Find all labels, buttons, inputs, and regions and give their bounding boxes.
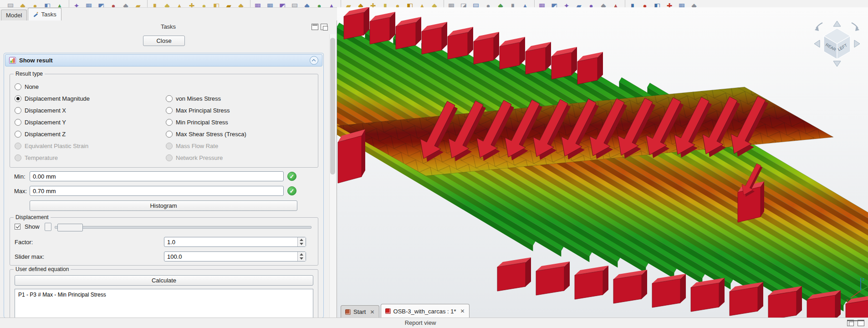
toolbar-icon[interactable]: ◆ [690,0,698,7]
result-type-radio-option[interactable]: Displacement X [15,104,163,116]
result-type-radio-option[interactable]: von Mises Stress [166,92,314,104]
toolbar-icon[interactable]: ● [484,0,492,7]
result-type-radio-option[interactable]: Max Shear Stress (Tresca) [166,128,314,140]
toolbar-icon[interactable]: ▲ [56,0,64,7]
toolbar-icon[interactable]: ◪ [460,0,468,7]
document-tab[interactable]: OSB-3_with_carcas : 1* ✕ [381,304,470,318]
toolbar-icon[interactable]: ▮ [381,0,389,7]
panel-scrollbar[interactable] [329,34,336,318]
toolbar-icon[interactable]: ▲ [175,0,184,7]
result-type-radio-option[interactable]: Mass Flow Rate [166,140,314,152]
toolbar-icon[interactable]: ◆ [19,0,27,7]
result-type-radio-option[interactable]: Displacement Z [15,128,163,140]
toolbar-icon[interactable]: ◆ [303,0,311,7]
toolbar-icon[interactable]: ▲ [612,0,620,7]
toolbar-icon[interactable]: ▤ [6,0,15,7]
min-value-input[interactable] [30,171,284,181]
toolbar-icon[interactable]: ◆ [237,0,245,7]
toolbar-icon[interactable]: ✚ [665,0,674,7]
factor-down-arrow[interactable] [298,242,306,246]
toolbar-icon[interactable]: ● [587,0,595,7]
toolbar-icon[interactable]: ● [641,0,649,7]
factor-up-arrow[interactable] [298,237,306,242]
slider-max-down-arrow[interactable] [298,256,306,261]
toolbar-icon[interactable]: ✚ [369,0,377,7]
toolbar-icon[interactable]: ◆ [357,0,365,7]
tab-model[interactable]: Model [1,10,27,20]
result-type-radio-option[interactable]: Displacement Magnitude [15,92,163,104]
toolbar-icon[interactable]: ▤ [291,0,299,7]
toolbar-icon[interactable]: ▰ [341,0,352,7]
tab-tasks[interactable]: Tasks [28,8,61,20]
toolbar-icon[interactable]: ▦ [85,0,93,7]
toolbar-icon-glyph: ▦ [448,2,454,7]
result-type-radio-option[interactable]: Max Principal Stress [166,104,314,116]
toolbar-icon[interactable]: ◆ [430,0,439,7]
toolbar-icon-glyph: ◧ [407,2,413,7]
toolbar-icon[interactable]: ▦ [444,0,455,7]
toolbar-icon[interactable]: ● [315,0,323,7]
toolbar-icon[interactable]: ● [31,0,39,7]
toolbar-icon[interactable]: ✚ [188,0,196,7]
toolbar-icon[interactable]: ▮ [147,0,159,7]
toolbar-icon[interactable]: ◧ [43,0,51,7]
toolbar-icon[interactable]: ● [393,0,402,7]
slider-max-up-arrow[interactable] [298,252,306,256]
3d-scene-canvas[interactable]: REAR LEFT z y x [337,7,868,318]
left-support-block [338,129,365,183]
result-type-radio-option[interactable]: Equivalent Plastic Strain [15,140,163,152]
toolbar-icon[interactable]: ▲ [418,0,426,7]
toolbar-icon[interactable]: ◆ [163,0,171,7]
toolbar-icon[interactable]: ✦ [69,0,81,7]
toolbar-icon[interactable]: ▦ [678,0,686,7]
float-panel-button[interactable] [311,24,318,30]
toolbar-icon[interactable]: ◧ [406,0,414,7]
toolbar-icon[interactable]: ● [109,0,117,7]
show-displacement-checkbox[interactable] [15,224,20,230]
toolbar-icon-glyph: ▰ [135,2,141,7]
toolbar-icon[interactable]: ▮ [509,0,517,7]
toolbar-icon[interactable]: ▰ [225,0,233,7]
toolbar-icon[interactable]: ◆ [496,0,505,7]
undock-panel-button[interactable] [321,24,327,30]
toolbar-icon[interactable]: ▤ [472,0,480,7]
equation-textarea[interactable]: P1 - P3 # Max - Min Principal Stress [15,289,313,318]
displacement-slider-handle[interactable] [57,224,83,231]
panel-scrollbar-thumb[interactable] [330,38,335,174]
toolbar-icon[interactable]: ▲ [521,0,529,7]
toolbar-icon[interactable]: ▰ [575,0,583,7]
toolbar-icon[interactable]: ▦ [266,0,274,7]
toolbar-icon[interactable]: ◆ [122,0,130,7]
histogram-button[interactable]: Histogram [30,200,297,211]
toolbar-icon[interactable]: ◧ [212,0,220,7]
show-result-header[interactable]: Show result [5,54,322,67]
displacement-slider[interactable] [55,226,311,229]
result-type-radio-option[interactable]: None [15,81,163,92]
toolbar-icon[interactable]: ◧ [653,0,661,7]
toolbar-icon[interactable]: ▰ [134,0,142,7]
tab-close-icon[interactable]: ✕ [460,308,465,314]
toolbar-icon[interactable]: ✦ [562,0,571,7]
toolbar-icon[interactable]: ▮ [625,0,637,7]
result-type-radio-option[interactable]: Temperature [15,152,163,164]
slider-left-button[interactable] [45,223,51,231]
toolbar-icon[interactable]: ◩ [550,0,558,7]
close-button[interactable]: Close [143,36,185,46]
toolbar-icon[interactable]: ▦ [534,0,546,7]
toolbar-icon[interactable]: ◩ [278,0,286,7]
document-tab[interactable]: Start ✕ [341,305,379,318]
collapse-section-button[interactable] [310,56,318,65]
tab-close-icon[interactable]: ✕ [370,309,374,315]
toolbar-icon[interactable]: ◩ [97,0,105,7]
result-type-radio-option[interactable]: Min Principal Stress [166,116,314,128]
max-value-input[interactable] [30,186,284,196]
toolbar-icon[interactable]: ◆ [599,0,608,7]
toolbar-icon[interactable]: ▲ [327,0,336,7]
calculate-button[interactable]: Calculate [15,275,313,286]
toolbar-icon[interactable]: ● [200,0,208,7]
toolbar-icon[interactable]: ▦ [250,0,262,7]
result-type-radio-option[interactable]: Network Pressure [166,152,314,164]
result-type-radio-option[interactable]: Displacement Y [15,116,163,128]
factor-input[interactable] [164,237,306,247]
slider-max-input[interactable] [164,251,306,261]
